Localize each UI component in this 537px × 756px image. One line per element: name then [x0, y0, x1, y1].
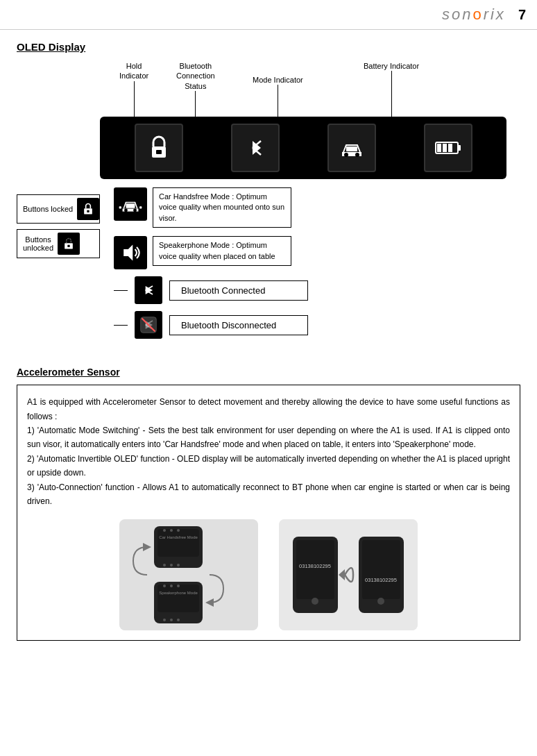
buttons-locked-label: Buttons locked — [17, 194, 100, 224]
accel-content: A1 is equipped with Accelerometer Sensor… — [17, 385, 520, 641]
svg-rect-17 — [119, 206, 121, 208]
hold-indicator-label: HoldIndicator — [119, 61, 148, 117]
svg-rect-16 — [126, 203, 135, 208]
oled-bt-icon — [231, 124, 280, 172]
page-header: sonorix 7 — [0, 0, 537, 30]
svg-point-3 — [355, 153, 359, 157]
svg-point-14 — [124, 209, 128, 212]
svg-point-41 — [177, 585, 180, 587]
oled-main-body: Buttons locked Buttonsunlocked — [17, 187, 520, 346]
speakerphone-row: Speakerphone Mode : Optimum voice qualit… — [114, 236, 520, 269]
svg-point-44 — [177, 619, 180, 621]
car-handsfree-mode: Car Handsfree Mode : Optimum voice quali… — [114, 187, 291, 228]
svg-point-2 — [344, 153, 348, 157]
svg-point-40 — [170, 585, 173, 587]
bt-connected-row: Bluetooth Connected — [114, 276, 520, 304]
accelerometer-section: Accelerometer Sensor A1 is equipped with… — [17, 367, 520, 641]
battery-indicator-label: Battery Indicator — [364, 61, 419, 117]
svg-rect-4 — [346, 146, 357, 151]
svg-rect-8 — [443, 144, 447, 152]
oled-labels: HoldIndicator BluetoothConnectionStatus … — [100, 61, 506, 117]
svg-point-42 — [163, 619, 166, 621]
svg-rect-7 — [437, 144, 441, 152]
svg-point-43 — [170, 619, 173, 621]
right-area: Car Handsfree Mode : Optimum voice quali… — [100, 187, 520, 346]
accel-images: Car Handsfree Mode Speakerphone — [27, 519, 510, 630]
oled-section: OLED Display HoldIndicator BluetoothConn… — [17, 41, 520, 346]
svg-marker-19 — [123, 245, 133, 261]
lock-svg — [144, 133, 174, 163]
car-mode-icon — [114, 187, 147, 221]
car-svg — [336, 133, 367, 163]
oled-display-bar — [100, 117, 506, 179]
oled-lock-icon — [135, 124, 183, 172]
svg-point-33 — [163, 564, 166, 566]
locked-icon — [77, 198, 99, 220]
svg-rect-18 — [139, 206, 142, 208]
bt-connection-status-label: BluetoothConnectionStatus — [176, 61, 215, 117]
svg-text:03138102295: 03138102295 — [365, 577, 397, 583]
svg-rect-37 — [157, 585, 199, 612]
logo: sonorix — [442, 6, 506, 24]
svg-text:Speakerphone Mode: Speakerphone Mode — [159, 591, 198, 595]
accel-img-1: Car Handsfree Mode Speakerphone — [119, 519, 258, 630]
bt-disconnected-row: Bluetooth Disconnected — [114, 311, 520, 339]
bt-disconnected-icon — [135, 311, 162, 339]
connector-line — [114, 290, 128, 291]
svg-point-31 — [170, 529, 173, 532]
svg-point-49 — [312, 598, 318, 605]
svg-rect-51 — [362, 540, 400, 599]
svg-point-32 — [177, 529, 180, 532]
accel-img-2: 03138102295 03138102295 — [279, 519, 418, 630]
oled-battery-icon — [424, 124, 472, 172]
svg-rect-28 — [157, 529, 199, 557]
svg-rect-11 — [87, 210, 89, 212]
oled-title: OLED Display — [17, 41, 520, 53]
svg-point-34 — [170, 564, 173, 566]
speakerphone-mode: Speakerphone Mode : Optimum voice qualit… — [114, 236, 291, 269]
svg-point-35 — [177, 564, 180, 566]
oled-car-icon — [327, 124, 376, 172]
bt-svg — [240, 133, 271, 163]
svg-rect-47 — [296, 540, 334, 599]
svg-point-53 — [377, 598, 384, 605]
buttons-unlocked-label: Buttonsunlocked — [17, 229, 100, 258]
svg-point-39 — [163, 585, 166, 587]
connector-line-2 — [114, 325, 128, 326]
left-labels: Buttons locked Buttonsunlocked — [17, 187, 100, 346]
accel-title: Accelerometer Sensor — [17, 367, 520, 378]
svg-rect-13 — [67, 245, 69, 247]
mode-indicator-label: Mode Indicator — [253, 75, 303, 117]
bt-disconnected-text: Bluetooth Disconnected — [169, 315, 308, 335]
svg-point-15 — [133, 209, 137, 212]
accel-body: A1 is equipped with Accelerometer Sensor… — [27, 395, 510, 508]
page-number: 7 — [518, 7, 526, 23]
speakerphone-mode-text: Speakerphone Mode : Optimum voice qualit… — [153, 236, 291, 266]
svg-rect-1 — [156, 150, 162, 154]
bt-connected-text: Bluetooth Connected — [169, 280, 308, 301]
svg-text:03138102295: 03138102295 — [299, 563, 331, 569]
svg-rect-6 — [458, 145, 461, 151]
car-mode-text: Car Handsfree Mode : Optimum voice quali… — [153, 187, 291, 228]
main-content: OLED Display HoldIndicator BluetoothConn… — [0, 30, 537, 652]
speakerphone-icon — [114, 236, 147, 269]
battery-svg — [433, 133, 463, 163]
svg-text:Car Handsfree Mode: Car Handsfree Mode — [159, 535, 198, 539]
svg-point-30 — [163, 529, 166, 532]
unlocked-icon — [58, 233, 80, 255]
svg-rect-9 — [448, 144, 452, 152]
bt-connected-icon — [135, 276, 162, 304]
mode-rows: Car Handsfree Mode : Optimum voice quali… — [114, 187, 520, 228]
